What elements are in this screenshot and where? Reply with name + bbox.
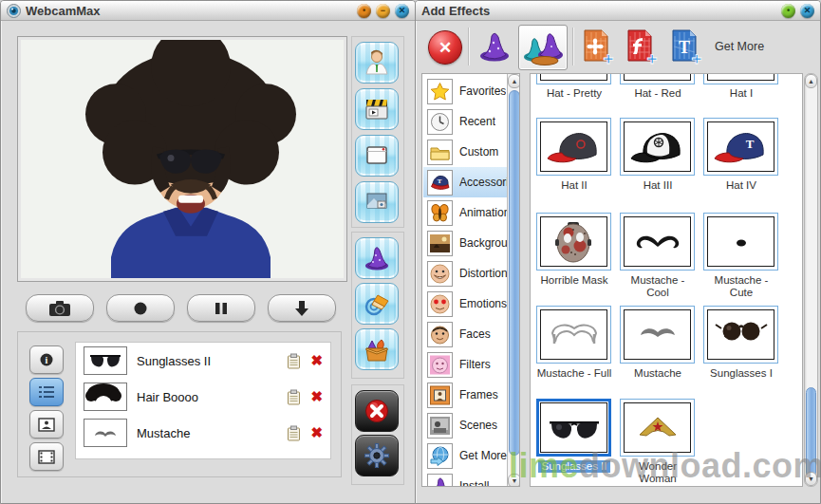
applied-effect-row[interactable]: Mustache ✖ — [76, 415, 330, 451]
category-filters[interactable]: Filters — [423, 349, 507, 380]
effect-thumb-hat-iv[interactable]: T — [703, 118, 778, 176]
effect-label: Sunglasses I — [703, 367, 779, 380]
applied-effects-panel: i — [17, 331, 342, 477]
close-button-right[interactable]: ✕ — [800, 4, 814, 18]
goodies-box-button[interactable] — [355, 328, 399, 370]
effect-thumb-hat-i[interactable] — [703, 73, 778, 84]
webcammax-titlebar[interactable]: WebcamMax • − ✕ — [1, 1, 415, 21]
clipboard-icon[interactable] — [287, 353, 301, 369]
effect-thumb-mustache-full[interactable] — [536, 306, 611, 364]
film-view-button[interactable] — [29, 442, 64, 471]
category-frames[interactable]: Frames — [423, 380, 507, 410]
effect-label: Wonder Woman — [620, 460, 696, 485]
record-button[interactable] — [106, 294, 175, 322]
star-icon — [427, 79, 453, 104]
applied-effect-row[interactable]: Hair Boooo ✖ — [76, 379, 330, 415]
scrollbar-thumb[interactable] — [806, 387, 816, 478]
list-view-button[interactable] — [29, 378, 64, 406]
clipboard-icon[interactable] — [287, 389, 301, 405]
add-flash-document-icon: + — [625, 28, 660, 66]
scrollbar-thumb[interactable] — [509, 90, 520, 456]
sidebar-scrollbar[interactable]: ▲ ▼ — [507, 74, 520, 487]
add-effects-titlebar[interactable]: Add Effects • ✕ — [416, 1, 820, 21]
delete-effect-icon[interactable]: ✖ — [310, 352, 323, 369]
single-hat-effects-button[interactable] — [475, 27, 514, 66]
category-accessories-selected[interactable]: T Accessories — [423, 167, 507, 197]
clipboard-icon[interactable] — [287, 425, 301, 441]
grid-scrollbar[interactable]: ▲ ▼ — [804, 73, 818, 487]
scroll-up-button[interactable]: ▲ — [805, 74, 817, 88]
orange-sphere-button[interactable]: • — [357, 4, 371, 18]
category-install[interactable]: Install — [423, 471, 507, 487]
applied-effects-list: Sunglasses II ✖ Hair Boooo ✖ Mus — [75, 342, 331, 459]
delete-effect-icon[interactable]: ✖ — [310, 388, 323, 405]
info-view-button[interactable]: i — [29, 345, 64, 374]
toolbar-separator — [468, 28, 470, 65]
effect-thumb-hat-pretty[interactable] — [536, 73, 611, 84]
butterfly-icon — [427, 200, 453, 226]
green-sphere-button[interactable]: • — [781, 4, 795, 18]
double-hats-effects-button-selected[interactable] — [518, 25, 568, 70]
minimize-button[interactable]: − — [376, 4, 390, 18]
pause-icon — [214, 301, 229, 316]
gear-icon — [362, 440, 392, 471]
effect-thumb-mustache[interactable] — [620, 306, 695, 364]
category-get-more[interactable]: Get More — [423, 440, 507, 471]
screen-capture-button[interactable] — [355, 181, 399, 223]
image-view-button[interactable] — [29, 410, 64, 439]
effect-thumb-hat-iii[interactable] — [620, 118, 695, 176]
category-scenes[interactable]: Scenes — [423, 410, 507, 440]
media-clips-button[interactable] — [355, 88, 399, 130]
effect-thumb-hat-ii[interactable] — [536, 118, 611, 176]
effect-thumb-horrible-mask[interactable] — [536, 213, 611, 271]
effect-thumb-mustache-cool[interactable] — [620, 213, 695, 271]
scroll-down-button[interactable]: ▼ — [508, 474, 520, 487]
left-window-title: WebcamMax — [26, 4, 101, 18]
applied-effect-name: Sunglasses II — [137, 354, 277, 368]
category-emotions[interactable]: Emotions — [423, 289, 507, 319]
effect-thumb-mustache-cute[interactable] — [703, 213, 778, 271]
effect-thumb-sunglasses-ii-selected[interactable] — [536, 399, 611, 457]
effect-thumb-wonder-woman[interactable] — [620, 399, 695, 457]
category-animations[interactable]: Animations — [423, 197, 507, 228]
blank-window-button[interactable] — [355, 135, 399, 177]
effect-thumb-sunglasses-i[interactable] — [703, 306, 778, 364]
snapshot-button[interactable] — [26, 294, 94, 322]
wizard-hat-icon — [476, 28, 513, 65]
pause-button[interactable] — [187, 294, 255, 322]
svg-text:T: T — [745, 137, 754, 151]
film-icon — [38, 450, 55, 464]
webcammax-window: WebcamMax • − ✕ — [0, 0, 416, 504]
add-flash-button[interactable]: + — [625, 28, 661, 66]
category-recent[interactable]: Recent — [423, 106, 507, 137]
remove-effect-button[interactable]: ✕ — [428, 30, 462, 65]
get-more-label[interactable]: Get More — [715, 40, 764, 53]
settings-button[interactable] — [355, 435, 399, 476]
close-all-effects-button[interactable] — [355, 390, 399, 432]
category-favorites[interactable]: Favorites — [423, 76, 507, 106]
delete-effect-icon[interactable]: ✖ — [310, 424, 323, 441]
effect-label: Mustache - Cute — [703, 274, 779, 299]
category-backgrounds[interactable]: Backgrounds — [423, 228, 507, 258]
effect-label: Mustache - Cool — [620, 274, 696, 299]
category-distortions[interactable]: Distortions — [423, 258, 507, 289]
globe-arrow-icon — [427, 443, 453, 469]
person-source-button[interactable] — [355, 42, 399, 84]
doodle-button[interactable] — [355, 283, 399, 325]
effect-thumb-hat-red[interactable] — [620, 73, 695, 84]
category-custom[interactable]: Custom — [423, 137, 507, 167]
scroll-up-button[interactable]: ▲ — [508, 74, 520, 88]
save-button[interactable] — [268, 294, 336, 322]
effects-hat-button[interactable] — [355, 237, 399, 279]
effect-label: Hat - Red — [620, 87, 696, 100]
svg-text:+: + — [603, 48, 613, 66]
pink-face-icon — [427, 352, 453, 378]
effect-label: Mustache - Full — [536, 367, 612, 380]
category-faces[interactable]: Faces — [423, 319, 507, 349]
add-image-button[interactable]: + — [581, 28, 617, 66]
close-button-left[interactable]: ✕ — [395, 4, 409, 18]
scroll-down-button[interactable]: ▼ — [805, 472, 817, 486]
applied-effect-row[interactable]: Sunglasses II ✖ — [76, 343, 330, 379]
face-icon — [427, 322, 453, 347]
add-text-button[interactable]: T + — [669, 28, 705, 66]
